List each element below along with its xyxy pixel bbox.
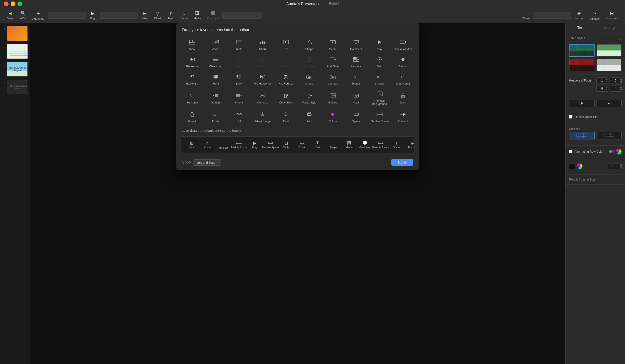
stroke-color-btn[interactable] [577,163,583,169]
col-stepper-1[interactable]: ▲ ▼ [596,86,608,91]
toolbar-zoom[interactable]: 🔍 49% [17,10,29,21]
done-button[interactable]: Done [391,159,413,166]
toolbar-view[interactable]: ⊞ View [4,10,16,21]
headers-stepper[interactable]: ▲ ▼ [596,77,608,84]
grid-item-zoom[interactable]: 49% Zoom [204,36,227,54]
toolbar-animate[interactable]: 〜 Animate [587,9,602,21]
grid-item-superscript[interactable]: A1 Superscript [391,71,415,88]
strip-share[interactable]: ↑ Share [389,140,404,150]
grid-item-copy-style[interactable]: Copy Style [274,88,298,109]
strip-flexible-space-1[interactable]: ⟺ Flexible Space [231,140,246,150]
grid-item-backward[interactable]: Backward [181,71,204,88]
stroke-stepper[interactable]: ▲ ▼ [608,163,622,169]
slide-preview-4[interactable]: Using Keynote as a beginner [7,79,28,95]
toolbar-add-slide[interactable]: ＋ Add Slide [30,9,47,21]
tab-text[interactable]: Text [566,23,595,33]
strip-media[interactable]: 🖼 Media [342,140,357,150]
grid-item-ungroup[interactable]: Ungroup [321,71,344,88]
strip-format[interactable]: ◈ Format [405,140,415,150]
grid-item-animate[interactable]: Animate [274,54,298,71]
grid-item-mask[interactable]: Mask [344,88,368,109]
font-size-large-btn[interactable]: A [569,100,594,107]
table-style-3[interactable] [569,59,594,71]
toolbar-search-input[interactable] [48,12,86,19]
toolbar-chart[interactable]: ◎ Chart [152,10,163,21]
toolbar-play[interactable]: ▶ Play [87,10,99,21]
grid-item-forward[interactable]: Forward [391,109,415,126]
close-button[interactable] [4,1,8,6]
toolbar-search-input3[interactable] [222,12,261,19]
grid-item-smaller[interactable]: A- Smaller [368,71,391,88]
rows-up[interactable]: ▲ [619,78,621,81]
grid-item-object-list[interactable]: Object List [204,54,227,71]
grid-item-colors[interactable]: Colors [321,109,344,126]
grid-item-view[interactable]: View [181,36,204,54]
grid-item-print[interactable]: Print [298,109,321,126]
grid-item-table[interactable]: Table [227,36,251,54]
alternating-row-toggle[interactable] [609,150,615,153]
outline-title-checkbox[interactable] [569,115,572,119]
col-up-1[interactable]: ▲ [606,86,608,89]
headers-down[interactable]: ▼ [606,81,608,83]
grid-item-subscript[interactable]: A1 Subscript [181,88,204,109]
strip-flexible-space-2[interactable]: ⟺ Flexible Space [263,140,278,150]
toolbar-search-input2[interactable] [100,12,138,19]
show-select[interactable]: Icon and Text Icon Only Text Only [193,159,221,166]
strip-zoom[interactable]: ⌕ Zoom [200,140,215,150]
grid-item-skip[interactable]: Skip [368,54,391,71]
strip-comment[interactable]: 💬 Comment [357,140,372,150]
grid-item-format[interactable]: Format [251,54,274,71]
grid-item-shape[interactable]: Shape [298,36,321,54]
stroke-color-swatch[interactable] [569,163,575,169]
gridline-option-1[interactable] [569,132,594,139]
expand-button[interactable]: › [619,36,622,42]
slide-thumb-1[interactable]: 1 [1,25,29,42]
grid-item-rehearse[interactable]: Rehearse [181,54,204,71]
grid-item-front[interactable]: Front [204,71,227,88]
table-style-4[interactable] [596,59,622,71]
minimize-button[interactable] [11,1,15,6]
grid-item-outdent[interactable]: Outdent [204,88,227,109]
grid-item-lock[interactable]: Lock [391,88,415,109]
toolbar-table[interactable]: ⊟ Table [139,10,151,21]
grid-item-connect[interactable]: Connect [251,88,274,109]
col-down-2[interactable]: ▼ [619,89,621,91]
rows-stepper[interactable]: ▲ ▼ [610,77,622,84]
col-stepper-2[interactable]: ▲ ▼ [610,86,622,91]
grid-item-find[interactable]: Find [274,109,298,126]
strip-view[interactable]: ⊞ View [184,140,199,150]
strip-text[interactable]: 𝐓 Text [310,140,325,150]
toolbar-text[interactable]: 𝐓 Text [164,10,176,21]
grid-item-media[interactable]: Media [321,36,344,54]
strip-flexible-space-3[interactable]: ⟺ Flexible Space [373,140,388,150]
stroke-down[interactable]: ▼ [619,166,621,169]
toolbar-format[interactable]: ◈ Format [572,10,586,21]
grid-item-remove-bg[interactable]: Remove Background [368,88,391,109]
toolbar-document[interactable]: ⊟ Document [603,10,621,21]
strip-shape[interactable]: ◇ Shape [326,140,341,150]
grid-item-back[interactable]: Back [227,71,251,88]
headers-up[interactable]: ▲ [606,78,608,81]
window-controls[interactable] [4,1,22,6]
grid-item-layouts[interactable]: Layouts [344,54,368,71]
rows-down[interactable]: ▼ [619,81,621,83]
slide-thumb-2[interactable]: 2 [1,43,29,60]
slide-preview-1[interactable] [7,26,28,41]
strip-add-slide[interactable]: ＋ Add Slide [216,139,231,150]
table-style-1[interactable] [569,44,594,57]
col-down-1[interactable]: ▼ [606,89,608,91]
toolbar-shape[interactable]: ◇ Shape [177,10,190,21]
grid-item-paste-style[interactable]: Paste Style [298,88,321,109]
toolbar-media[interactable]: 🖼 Media [191,10,204,21]
grid-item-share[interactable]: Share [227,54,251,71]
grid-item-space[interactable]: Space [344,109,368,126]
grid-item-record[interactable]: Record [391,54,415,71]
col-up-2[interactable]: ▲ [619,86,621,89]
grid-item-flip-v[interactable]: Flip Vertical [274,71,298,88]
slide-thumb-3[interactable]: 3 Using Keynote as a beginner [1,61,29,77]
grid-item-link[interactable]: Link [227,109,251,126]
grid-item-adjust-image[interactable]: Adjust Image [251,109,274,126]
toolbar-comment[interactable]: 💬 Comment [205,10,222,21]
grid-item-document[interactable]: Document [298,54,321,71]
slide-preview-2[interactable] [7,44,28,59]
